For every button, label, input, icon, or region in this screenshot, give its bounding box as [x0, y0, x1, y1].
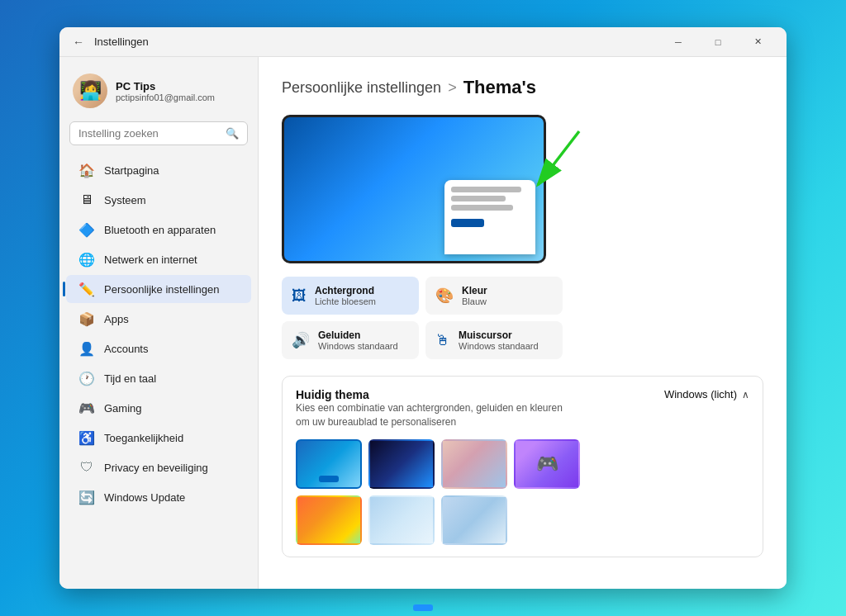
- tile-achtergrond[interactable]: 🖼 Achtergrond Lichte bloesem: [282, 277, 419, 315]
- close-button[interactable]: ✕: [739, 27, 777, 57]
- tile-geluiden-value: Windows standaard: [318, 341, 398, 351]
- apps-icon: 📦: [79, 311, 94, 326]
- breadcrumb-current: Thema's: [463, 77, 536, 98]
- sidebar-label-update: Windows Update: [104, 491, 185, 504]
- breadcrumb-parent: Persoonlijke instellingen: [282, 79, 441, 97]
- theme-preview-area: [282, 115, 563, 263]
- user-profile[interactable]: 👩‍💻 PC Tips pctipsinfo01@gmail.com: [59, 67, 258, 121]
- time-icon: 🕐: [79, 371, 94, 386]
- sidebar-item-tijd[interactable]: 🕐 Tijd en taal: [66, 364, 251, 392]
- preview-line-3: [451, 205, 513, 211]
- sidebar-item-bluetooth[interactable]: 🔷 Bluetooth en apparaten: [66, 216, 251, 244]
- sidebar-item-update[interactable]: 🔄 Windows Update: [66, 483, 251, 511]
- current-theme-section: Huidig thema Kies een combinatie van ach…: [282, 376, 763, 557]
- sidebar: 👩‍💻 PC Tips pctipsinfo01@gmail.com 🔍 🏠 S…: [59, 57, 258, 589]
- bluetooth-icon: 🔷: [79, 222, 94, 237]
- theme-settings-grid: 🖼 Achtergrond Lichte bloesem 🎨 Kleur Bla…: [282, 277, 563, 359]
- geluiden-icon: 🔊: [292, 331, 310, 349]
- search-icon: 🔍: [226, 127, 239, 140]
- theme-thumb-5[interactable]: [296, 495, 362, 545]
- chevron-up-icon: ∧: [742, 389, 749, 400]
- user-info: PC Tips pctipsinfo01@gmail.com: [116, 80, 215, 102]
- accessibility-icon: ♿: [79, 430, 94, 445]
- back-button[interactable]: ←: [69, 33, 88, 51]
- tile-achtergrond-label: Achtergrond: [315, 285, 376, 296]
- sidebar-item-startpagina[interactable]: 🏠 Startpagina: [66, 156, 251, 184]
- sidebar-item-privacy[interactable]: 🛡 Privacy en beveiliging: [66, 453, 251, 481]
- settings-window: ← Instellingen ─ □ ✕ 👩‍💻 PC Tips pctipsi…: [59, 27, 787, 589]
- network-icon: 🌐: [79, 252, 94, 267]
- sidebar-label-tijd: Tijd en taal: [104, 372, 156, 385]
- theme-thumb-6[interactable]: [368, 495, 435, 545]
- theme-thumb-4[interactable]: 🎮: [514, 439, 580, 489]
- theme-thumb-7[interactable]: [441, 495, 507, 545]
- theme-value-text: Windows (licht): [664, 388, 737, 400]
- minimize-button[interactable]: ─: [659, 27, 697, 57]
- maximize-button[interactable]: □: [699, 27, 737, 57]
- muiscursor-icon: 🖱: [435, 332, 450, 349]
- tile-kleur-value: Blauw: [462, 296, 487, 306]
- theme-thumb-2[interactable]: [368, 439, 435, 489]
- search-box[interactable]: 🔍: [69, 121, 248, 145]
- preview-window: [444, 180, 535, 254]
- breadcrumb: Persoonlijke instellingen > Thema's: [282, 77, 763, 98]
- accounts-icon: 👤: [79, 341, 94, 356]
- search-input[interactable]: [78, 127, 221, 140]
- main-content: Persoonlijke instellingen > Thema's: [258, 57, 787, 589]
- theme-thumbnails: 🎮: [296, 439, 749, 489]
- content-area: 👩‍💻 PC Tips pctipsinfo01@gmail.com 🔍 🏠 S…: [59, 57, 787, 589]
- preview-line-1: [451, 187, 521, 192]
- window-title: Instellingen: [94, 36, 659, 48]
- preview-line-2: [451, 196, 506, 201]
- user-email: pctipsinfo01@gmail.com: [116, 92, 215, 102]
- tile-muiscursor-value: Windows standaard: [459, 341, 539, 351]
- titlebar: ← Instellingen ─ □ ✕: [59, 27, 787, 57]
- sidebar-item-toegankelijkheid[interactable]: ♿ Toegankelijkheid: [66, 424, 251, 452]
- tile-achtergrond-value: Lichte bloesem: [315, 296, 376, 306]
- sidebar-label-privacy: Privacy en beveiliging: [104, 462, 208, 474]
- sidebar-label-accounts: Accounts: [104, 343, 148, 355]
- avatar: 👩‍💻: [73, 73, 107, 108]
- tile-kleur[interactable]: 🎨 Kleur Blauw: [425, 277, 563, 315]
- privacy-icon: 🛡: [79, 460, 94, 475]
- sidebar-item-accounts[interactable]: 👤 Accounts: [66, 334, 251, 362]
- user-name: PC Tips: [116, 80, 215, 92]
- preview-button: [451, 219, 484, 227]
- sidebar-item-gaming[interactable]: 🎮 Gaming: [66, 394, 251, 422]
- sidebar-label-bluetooth: Bluetooth en apparaten: [104, 224, 216, 236]
- theme-thumbnails-row2: [296, 495, 749, 545]
- system-icon: 🖥: [79, 192, 94, 207]
- tile-geluiden[interactable]: 🔊 Geluiden Windows standaard: [282, 321, 419, 359]
- sidebar-label-toegankelijkheid: Toegankelijkheid: [104, 432, 183, 444]
- tile-muiscursor-label: Muiscursor: [459, 329, 539, 341]
- kleur-icon: 🎨: [435, 287, 454, 305]
- sidebar-label-systeem: Systeem: [104, 194, 146, 206]
- current-theme-value[interactable]: Windows (licht) ∧: [664, 388, 749, 400]
- achtergrond-icon: 🖼: [292, 287, 307, 305]
- window-controls: ─ □ ✕: [659, 27, 777, 57]
- sidebar-label-persoonlijk: Persoonlijke instellingen: [104, 283, 219, 296]
- sidebar-label-apps: Apps: [104, 313, 129, 325]
- tile-kleur-label: Kleur: [462, 285, 487, 296]
- tile-geluiden-label: Geluiden: [318, 329, 398, 341]
- home-icon: 🏠: [79, 163, 94, 178]
- sidebar-item-apps[interactable]: 📦 Apps: [66, 305, 251, 333]
- gaming-icon: 🎮: [79, 400, 94, 415]
- update-icon: 🔄: [79, 490, 94, 505]
- theme-preview-image: [282, 115, 546, 263]
- sidebar-label-gaming: Gaming: [104, 402, 142, 415]
- theme-thumb-1[interactable]: [296, 439, 362, 489]
- personalize-icon: ✏️: [79, 282, 94, 296]
- sidebar-item-persoonlijk[interactable]: ✏️ Persoonlijke instellingen: [66, 275, 251, 303]
- sidebar-item-netwerk[interactable]: 🌐 Netwerk en internet: [66, 245, 251, 273]
- sidebar-label-netwerk: Netwerk en internet: [104, 254, 197, 266]
- tile-muiscursor[interactable]: 🖱 Muiscursor Windows standaard: [425, 321, 563, 359]
- theme-thumb-3[interactable]: [441, 439, 507, 489]
- current-theme-header: Huidig thema Kies een combinatie van ach…: [296, 388, 749, 429]
- sidebar-label-startpagina: Startpagina: [104, 164, 159, 177]
- breadcrumb-separator: >: [448, 79, 457, 97]
- current-theme-desc: Kies een combinatie van achtergronden, g…: [296, 401, 577, 429]
- current-theme-title: Huidig thema: [296, 388, 577, 401]
- sidebar-item-systeem[interactable]: 🖥 Systeem: [66, 186, 251, 214]
